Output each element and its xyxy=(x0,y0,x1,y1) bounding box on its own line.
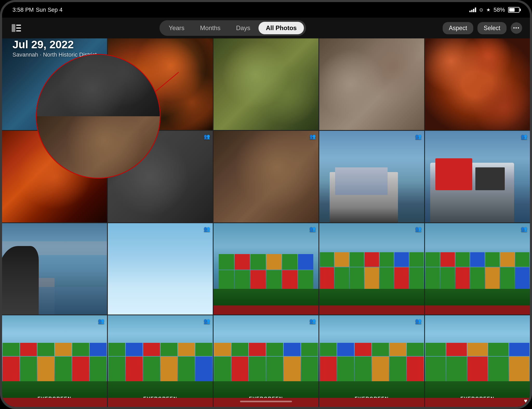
svg-rect-2 xyxy=(16,28,21,29)
photo-cell-4-1[interactable]: EVERGREEN 👥 xyxy=(2,315,107,407)
tab-days[interactable]: Days xyxy=(229,22,258,34)
battery-percent: 58% xyxy=(494,6,505,13)
sidebar-toggle-button[interactable] xyxy=(10,23,23,33)
screen: 3:58 PM Sun Sep 4 ⊙ ★ 58% xyxy=(2,2,530,407)
signal-icon xyxy=(469,8,476,12)
status-time: 3:58 PM xyxy=(12,6,34,13)
shared-icon-2-5: 👥 xyxy=(521,133,527,140)
more-button[interactable]: ••• xyxy=(511,22,522,34)
photo-cell-3-2[interactable]: 👥 xyxy=(108,223,213,315)
shared-icon-3-4: 👥 xyxy=(415,226,422,232)
status-right: ⊙ ★ 58% xyxy=(469,6,520,13)
shared-icon-3-5: 👥 xyxy=(521,226,527,232)
nav-right: Aspect Select ••• xyxy=(443,22,522,34)
battery-icon xyxy=(508,7,520,13)
photo-cell-2-4[interactable]: 👥 xyxy=(319,131,424,222)
date-subtitle: Savannah · North Historic District xyxy=(12,51,97,58)
shared-icon-4-3: 👥 xyxy=(309,318,316,324)
ipad-frame: 3:58 PM Sun Sep 4 ⊙ ★ 58% xyxy=(0,0,532,409)
photo-cell-1-3[interactable] xyxy=(214,38,318,130)
shared-icon-3-3: 👥 xyxy=(309,226,316,232)
photo-cell-2-5[interactable]: 👥 xyxy=(425,131,530,222)
status-date: Sun Sep 4 xyxy=(36,6,63,13)
photo-cell-3-1[interactable] xyxy=(2,223,107,315)
tab-months[interactable]: Months xyxy=(193,22,228,34)
scroll-indicator xyxy=(240,401,292,402)
shared-icon-2-2: 👥 xyxy=(204,133,210,140)
shared-icon-2-4: 👥 xyxy=(415,133,422,140)
more-icon: ••• xyxy=(513,25,520,31)
shared-icon-4-2: 👥 xyxy=(204,318,210,324)
photo-cell-4-5[interactable]: EVERGREEN ♥ xyxy=(425,315,530,407)
shared-icon: 👥 xyxy=(98,133,104,140)
heart-icon-4-5: ♥ xyxy=(524,398,527,404)
star-icon: ★ xyxy=(486,7,490,13)
photo-cell-4-2[interactable]: EVERGREEN 👥 xyxy=(108,315,213,407)
aspect-button[interactable]: Aspect xyxy=(443,22,473,34)
shared-icon-4-1: 👥 xyxy=(98,318,104,324)
photo-cell-1-4[interactable] xyxy=(319,38,424,130)
photo-cell-1-2[interactable] xyxy=(108,38,213,130)
status-left: 3:58 PM Sun Sep 4 xyxy=(12,6,63,13)
nav-tabs: Years Months Days All Photos xyxy=(159,20,306,36)
photo-cell-2-2[interactable]: 👥 xyxy=(108,131,213,222)
select-button[interactable]: Select xyxy=(477,22,507,34)
nav-left xyxy=(10,23,23,33)
wifi-icon: ⊙ xyxy=(479,7,483,13)
svg-rect-1 xyxy=(16,25,21,26)
photo-cell-4-3[interactable]: EVERGREEN 👥 xyxy=(214,315,318,407)
photo-cell-3-4[interactable]: EVER FORWARD 👥 xyxy=(319,223,424,315)
shared-icon-3-2: 👥 xyxy=(204,226,210,232)
tab-years[interactable]: Years xyxy=(162,22,192,34)
svg-rect-3 xyxy=(16,30,21,31)
date-title: Jul 29, 2022 xyxy=(12,38,97,51)
nav-bar: Years Months Days All Photos Aspect Sele… xyxy=(2,18,530,38)
shared-icon-4-4: 👥 xyxy=(415,318,422,324)
tab-all-photos[interactable]: All Photos xyxy=(258,22,304,34)
date-header: Jul 29, 2022 Savannah · North Historic D… xyxy=(12,38,97,58)
photo-cell-3-3[interactable]: EVER FORWARD 👥 xyxy=(214,223,318,315)
photo-cell-2-3[interactable]: 👥 xyxy=(214,131,318,222)
photo-grid: 👥 👥 👥 👥 👥 xyxy=(2,38,530,407)
shared-icon-2-3: 👥 xyxy=(309,133,316,140)
svg-rect-0 xyxy=(12,24,15,32)
photo-cell-4-4[interactable]: EVERGREEN 👥 xyxy=(319,315,424,407)
status-bar: 3:58 PM Sun Sep 4 ⊙ ★ 58% xyxy=(2,2,530,18)
photo-cell-3-5[interactable]: EVER FORWARD 👥 xyxy=(425,223,530,315)
photo-cell-1-5[interactable] xyxy=(425,38,530,130)
photo-cell-2-1[interactable]: 👥 xyxy=(2,131,107,222)
